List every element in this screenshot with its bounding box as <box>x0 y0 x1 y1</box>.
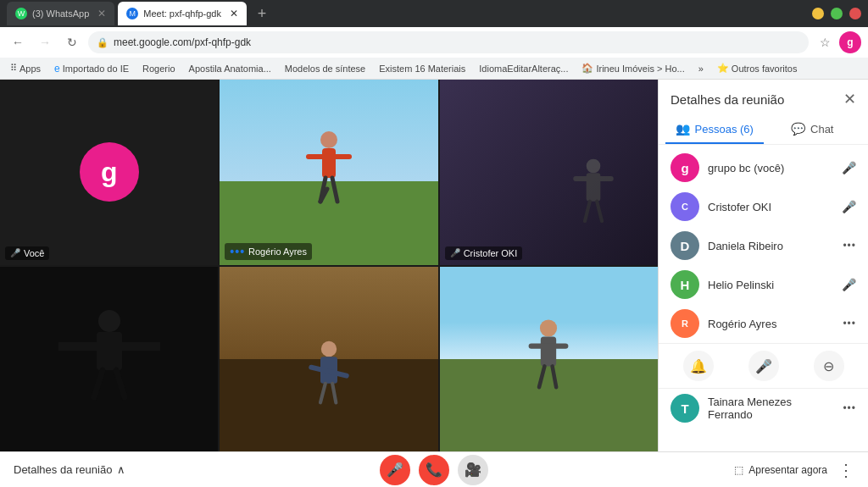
panel-action-buttons: 🔔 🎤 ⊖ <box>659 343 868 389</box>
you-avatar: g <box>80 142 139 202</box>
present-label: Apresentar agora <box>748 464 827 476</box>
bookmark-irineu[interactable]: 🏠 Irineu Imóveis > Ho... <box>578 61 687 75</box>
maximize-button[interactable] <box>831 8 843 19</box>
video-cell-you: g 🎤 Você <box>0 80 218 265</box>
mic-button[interactable]: 🎤 <box>748 351 779 381</box>
right-panel: Detalhes da reunião ✕ 👥 Pessoas (6) 💬 Ch… <box>658 80 868 451</box>
muted-icon-cristofer: 🎤 <box>450 248 460 257</box>
bookmark-modelos[interactable]: Modelos de síntese <box>281 62 369 75</box>
video-grid: g 🎤 Você <box>0 80 658 451</box>
muted-icon-you: 🎤 <box>10 248 20 257</box>
svg-rect-12 <box>97 332 122 370</box>
reload-button[interactable]: ↻ <box>61 31 83 53</box>
controls-center: 🎤 📞 🎥 <box>380 455 488 485</box>
main-content: g 🎤 Você <box>0 80 868 451</box>
person-figure-kid <box>308 336 350 429</box>
person-figure-dark <box>58 308 160 410</box>
mute-icon-grupo: 🎤 <box>842 161 856 174</box>
svg-line-10 <box>597 201 602 220</box>
minimize-button[interactable] <box>812 8 824 19</box>
control-bar: Detalhes da reunião ∧ 🎤 📞 🎥 ⬚ Apresentar… <box>0 451 868 487</box>
svg-point-6 <box>586 158 600 173</box>
tab-meet-close[interactable]: ✕ <box>230 8 238 19</box>
new-tab-button[interactable]: + <box>250 2 274 25</box>
svg-line-19 <box>320 384 326 403</box>
p-actions-rogerio: ••• <box>843 318 856 329</box>
name-grupo: grupo bc (você) <box>708 162 833 174</box>
tab-chat[interactable]: 💬 Chat <box>764 115 862 144</box>
list-item: D Daniela Ribeiro ••• <box>659 226 868 265</box>
svg-point-0 <box>320 131 337 148</box>
dots-icon-rogerio: ••• <box>230 245 245 258</box>
mute-icon-helio: 🎤 <box>842 278 856 291</box>
p-actions-daniela: ••• <box>843 240 856 252</box>
mute-button[interactable]: 🎤 <box>380 455 410 485</box>
video-cell-cristofer: 🎤 Cristofer OKI <box>440 80 658 265</box>
p-actions-grupo: 🎤 <box>842 161 856 174</box>
browser-chrome: W (3) WhatsApp ✕ M Meet: pxf-qhfp-gdk ✕ … <box>0 0 868 80</box>
panel-title: Detalhes da reunião <box>670 92 784 107</box>
svg-line-25 <box>553 367 557 388</box>
video-cell-rogerio: ••• Rogério Ayres <box>220 80 437 265</box>
person-figure-cristofer <box>572 153 615 246</box>
panel-close-button[interactable]: ✕ <box>843 90 856 108</box>
bookmark-apps[interactable]: ⠿ Apps <box>7 61 44 75</box>
label-you: 🎤 Você <box>5 246 49 260</box>
label-cristofer: 🎤 Cristofer OKI <box>445 246 523 260</box>
bookmark-outros[interactable]: ⭐ Outros favoritos <box>714 61 801 75</box>
avatar-helio: H <box>670 270 699 299</box>
tab-meet[interactable]: M Meet: pxf-qhfp-gdk ✕ <box>118 2 247 25</box>
close-button[interactable] <box>849 8 861 19</box>
svg-rect-1 <box>322 148 336 178</box>
profile-button[interactable]: g <box>839 31 861 53</box>
bookmarks-bar: ⠿ Apps e Importado do IE Rogerio Apostil… <box>0 58 868 80</box>
dots-icon-rogerio: ••• <box>843 318 856 329</box>
mute-icon-cristofer: 🎤 <box>842 200 856 213</box>
end-call-button[interactable]: 📞 <box>419 455 449 485</box>
svg-line-15 <box>116 370 125 397</box>
bookmark-more[interactable]: » <box>695 62 707 75</box>
meeting-info-button[interactable]: Detalhes da reunião ∧ <box>14 463 125 476</box>
chat-icon: 💬 <box>791 122 805 136</box>
p-actions-cristofer: 🎤 <box>842 200 856 213</box>
video-cell-dark <box>0 267 218 452</box>
svg-point-16 <box>321 341 337 357</box>
avatar-tainara: T <box>670 394 699 423</box>
avatar-daniela: D <box>670 231 699 260</box>
svg-line-14 <box>94 370 103 397</box>
video-cell-outdoor2 <box>440 267 658 452</box>
address-bar[interactable]: 🔒 meet.google.com/pxf-qhfp-gdk <box>88 31 809 53</box>
tab-whatsapp-close[interactable]: ✕ <box>97 8 106 19</box>
bookmark-apostila[interactable]: Apostila Anatomia... <box>186 62 275 75</box>
chevron-up-icon: ∧ <box>117 463 125 476</box>
svg-line-24 <box>539 367 544 388</box>
avatar-rogerio: R <box>670 309 699 338</box>
list-item: C Cristofer OKI 🎤 <box>659 187 868 226</box>
bookmark-ie[interactable]: e Importado do IE <box>51 61 132 76</box>
name-daniela: Daniela Ribeiro <box>708 240 834 252</box>
controls-right: ⬚ Apresentar agora ⋮ <box>734 460 854 480</box>
bell-button[interactable]: 🔔 <box>683 351 714 381</box>
present-now-button[interactable]: ⬚ Apresentar agora <box>734 464 827 476</box>
tab-whatsapp[interactable]: W (3) WhatsApp ✕ <box>7 2 114 25</box>
person-figure-rogerio <box>303 130 354 231</box>
tab-pessoas[interactable]: 👥 Pessoas (6) <box>665 115 764 144</box>
list-item: H Helio Pelinski 🎤 <box>659 265 868 304</box>
avatar-grupo: g <box>670 153 699 182</box>
forward-button[interactable]: → <box>34 31 56 53</box>
name-helio: Helio Pelinski <box>708 279 833 291</box>
bookmark-rogerio[interactable]: Rogerio <box>139 62 179 75</box>
svg-point-11 <box>98 310 120 332</box>
present-icon: ⬚ <box>734 464 743 476</box>
pessoas-icon: 👥 <box>676 122 690 136</box>
bookmark-idioma[interactable]: IdiomaEditarAlteraç... <box>476 62 571 75</box>
list-item: R Rogério Ayres ••• <box>659 304 868 343</box>
bookmark-materiais[interactable]: Existem 16 Materiais <box>376 62 469 75</box>
list-item: g grupo bc (você) 🎤 <box>659 148 868 187</box>
bookmark-star[interactable]: ☆ <box>814 31 836 53</box>
block-button[interactable]: ⊖ <box>814 351 844 381</box>
camera-button[interactable]: 🎥 <box>458 455 488 485</box>
back-button[interactable]: ← <box>7 31 29 53</box>
more-options-button[interactable]: ⋮ <box>837 460 854 480</box>
video-cell-indoor-warm <box>220 267 437 452</box>
